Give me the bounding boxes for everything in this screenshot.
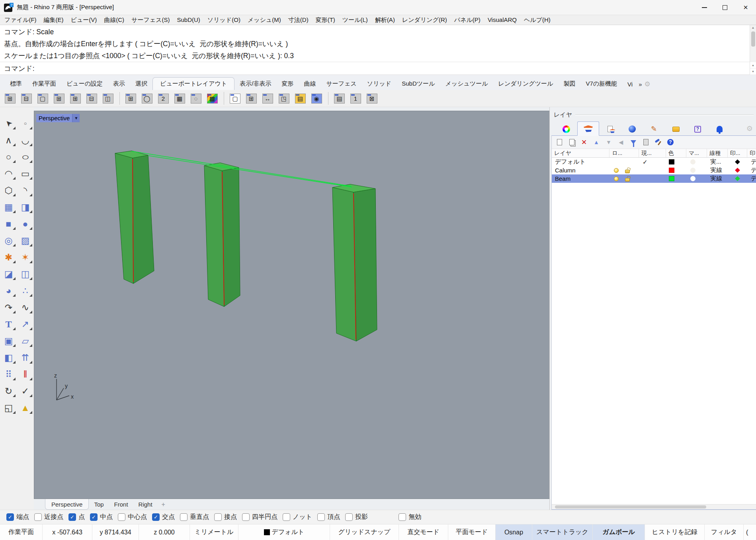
- scrollbar-thumb[interactable]: [751, 31, 755, 47]
- layer-color-swatch[interactable]: [669, 176, 674, 181]
- chevron-down-icon[interactable]: ▼: [72, 114, 80, 122]
- point-cloud[interactable]: ∴: [18, 285, 33, 297]
- pyramid-tool[interactable]: ▲: [18, 402, 33, 414]
- panel-tab-rendering[interactable]: ✎: [643, 123, 665, 135]
- detail-width[interactable]: ↔: [261, 92, 274, 105]
- layer-unlock-icon[interactable]: [625, 170, 630, 173]
- box-tool[interactable]: ■: [2, 218, 16, 230]
- statusbar-pane[interactable]: (: [744, 524, 756, 540]
- close-button[interactable]: ✕: [735, 0, 756, 15]
- menu-item[interactable]: ヘルプ(H): [520, 15, 554, 25]
- point-tool[interactable]: ○: [18, 117, 33, 129]
- page-number[interactable]: 1: [349, 92, 362, 105]
- lock-detail[interactable]: ⊠: [365, 92, 379, 105]
- statusbar-pane[interactable]: z 0.000: [139, 524, 190, 540]
- statusbar-pane[interactable]: スマートトラック: [532, 524, 593, 540]
- toolbar-tab[interactable]: ビューポートレイアウト: [152, 77, 234, 90]
- cplane-grid[interactable]: ▦: [173, 92, 186, 105]
- array-tool[interactable]: ⠿: [2, 368, 16, 380]
- current-layer-check[interactable]: ✓: [643, 158, 648, 166]
- add-detail[interactable]: ◳: [277, 92, 291, 105]
- material-dot[interactable]: [690, 159, 695, 164]
- toolbar-tab[interactable]: ビューの設定: [61, 78, 108, 90]
- osnap-toggle[interactable]: ✓ 中点: [90, 513, 113, 521]
- osnap-toggle[interactable]: ✓ 中心点: [118, 513, 147, 521]
- circle-tool[interactable]: ○: [2, 151, 16, 163]
- split-vertical[interactable]: ◫: [101, 92, 115, 105]
- toolbar-tab[interactable]: Vi: [622, 78, 638, 90]
- panel-tab-properties[interactable]: [555, 123, 577, 135]
- new-layer-button[interactable]: [555, 138, 564, 147]
- toolbar-tab[interactable]: サーフェス: [321, 78, 361, 90]
- layer-name[interactable]: Calumn: [555, 166, 576, 174]
- text-tool[interactable]: T: [2, 318, 16, 330]
- render-material-value[interactable]: デ: [751, 158, 756, 166]
- menu-item[interactable]: ファイル(F): [1, 15, 40, 25]
- layer-row-calumn[interactable]: Calumn 実線 デ: [552, 166, 756, 174]
- checkbox-icon[interactable]: ✓: [399, 513, 406, 521]
- cylinder-tool[interactable]: ◎: [2, 235, 16, 247]
- linetype-value[interactable]: 実線: [710, 166, 722, 174]
- toolbar-tab[interactable]: 標準: [5, 78, 27, 90]
- offset-surface[interactable]: ⇈: [18, 352, 33, 364]
- toolbar-tab[interactable]: 選択: [130, 78, 152, 90]
- column-2[interactable]: [204, 163, 240, 307]
- toolbar-tab[interactable]: 表示: [108, 78, 130, 90]
- command-prompt-input[interactable]: コマンド:: [0, 62, 756, 75]
- layer-column-header[interactable]: 色: [666, 149, 686, 157]
- panel-gear-icon[interactable]: ⚙: [746, 124, 753, 133]
- layer-row-default[interactable]: デフォルト ✓ 実... デ: [552, 158, 756, 166]
- checkbox-icon[interactable]: ✓: [283, 513, 290, 521]
- toolbar-tab[interactable]: V7の新機能: [580, 78, 622, 90]
- viewport-title[interactable]: Perspective: [36, 114, 72, 122]
- layer-name[interactable]: Beam: [555, 174, 570, 183]
- checkbox-icon[interactable]: ✓: [90, 513, 98, 521]
- osnap-toggle[interactable]: ✓ 垂直点: [180, 513, 209, 521]
- statusbar-pane[interactable]: y 8714.434: [92, 524, 139, 540]
- layer-visible-bulb-icon[interactable]: [614, 168, 619, 173]
- solid-edit[interactable]: ◱: [2, 402, 16, 414]
- menu-item[interactable]: SubD(U): [174, 15, 204, 25]
- print-color-diamond[interactable]: [735, 176, 740, 181]
- toolbar-tab[interactable]: メッシュツール: [440, 78, 493, 90]
- checkbox-icon[interactable]: ✓: [118, 513, 125, 521]
- command-scrollbar[interactable]: ▲: [750, 25, 756, 62]
- toolbar-tab[interactable]: 製図: [558, 78, 580, 90]
- print-preview[interactable]: ▤: [328, 92, 346, 105]
- scroll-up-icon[interactable]: ▲: [752, 25, 755, 31]
- panel-tab-libraries[interactable]: [665, 123, 687, 135]
- toolbar-tab[interactable]: 表示/非表示: [234, 78, 276, 90]
- panel-tab-notifications[interactable]: [709, 123, 731, 135]
- blend-curve[interactable]: ∿: [18, 301, 33, 313]
- layer-row-beam[interactable]: Beam 実線 デ: [552, 174, 756, 183]
- array-linear[interactable]: ‖: [18, 368, 33, 380]
- menu-item[interactable]: 寸法(D): [285, 15, 312, 25]
- layer-column-header[interactable]: ロ...: [609, 149, 639, 157]
- linetype-value[interactable]: 実線: [710, 174, 722, 183]
- menu-item[interactable]: サーフェス(S): [128, 15, 173, 25]
- layer-filter-button[interactable]: [629, 138, 638, 147]
- layer-color-swatch[interactable]: [669, 168, 674, 173]
- new-layout[interactable]: ▢: [224, 92, 242, 105]
- material-dot[interactable]: [690, 168, 695, 173]
- osnap-toggle[interactable]: ✓ ノット: [283, 513, 312, 521]
- rectangle-tool[interactable]: ▭: [18, 168, 33, 180]
- menu-item[interactable]: 変形(T): [312, 15, 339, 25]
- viewport-tab[interactable]: Top: [89, 499, 109, 510]
- checkbox-icon[interactable]: ✓: [345, 513, 353, 521]
- panel-tab-help[interactable]: ?: [687, 123, 709, 135]
- statusbar-pane[interactable]: x -507.643: [43, 524, 92, 540]
- checkbox-icon[interactable]: ✓: [6, 513, 14, 521]
- toolbar-tab[interactable]: 変形: [276, 78, 299, 90]
- layer-column-header[interactable]: 印...: [728, 149, 747, 157]
- lens-settings[interactable]: ◌: [189, 92, 203, 105]
- print-color-diamond[interactable]: [735, 159, 740, 164]
- control-point-curve[interactable]: ∧: [2, 134, 16, 146]
- panel-tab-layer-states[interactable]: [599, 123, 621, 135]
- fillet-curve[interactable]: ◝: [18, 184, 33, 196]
- delete-layer-button[interactable]: ✕: [580, 138, 588, 147]
- panel-tab-layers[interactable]: [577, 121, 599, 136]
- match-layer-button[interactable]: [641, 138, 650, 147]
- move-up-button[interactable]: ▲: [592, 138, 601, 147]
- toolbar-tab[interactable]: SubDツール: [397, 78, 440, 90]
